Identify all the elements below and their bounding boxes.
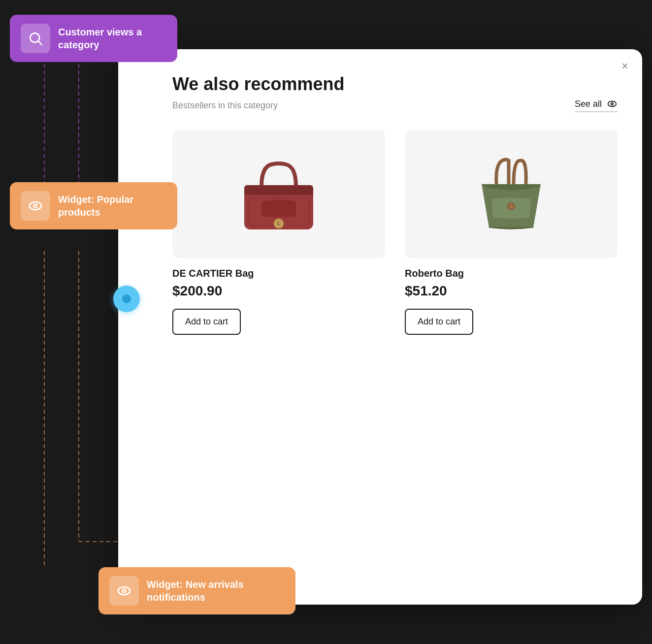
svg-point-14 (118, 587, 130, 595)
recommendation-panel: × We also recommend Bestsellers in this … (118, 49, 642, 605)
product-grid: C DE CARTIER Bag $200.90 Add to cart (172, 130, 618, 335)
svg-point-16 (608, 101, 617, 107)
add-to-cart-button-1[interactable]: Add to cart (172, 309, 241, 335)
product-image-1: C (172, 130, 385, 258)
add-to-cart-button-2[interactable]: Add to cart (405, 309, 473, 335)
svg-point-17 (611, 103, 614, 105)
product-price-2: $51.20 (405, 283, 618, 299)
eye-icon-see-all (607, 98, 618, 109)
svg-point-12 (30, 202, 41, 210)
svg-point-10 (30, 33, 39, 42)
see-all-label: See all (575, 99, 602, 109)
product-card-1: C DE CARTIER Bag $200.90 Add to cart (172, 130, 385, 335)
svg-line-11 (38, 41, 42, 45)
new-arrivals-badge-label: Widget: New arrivals notifications (147, 578, 285, 604)
customer-views-category-badge: Customer views a category (10, 15, 177, 62)
svg-point-27 (509, 204, 513, 208)
product-name-1: DE CARTIER Bag (172, 268, 385, 279)
widget-popular-badge: Widget: Popular products (10, 182, 177, 229)
svg-point-13 (34, 204, 37, 208)
connector-dot-inner (122, 294, 131, 303)
svg-point-15 (123, 589, 126, 593)
search-icon-box (21, 24, 50, 53)
panel-title: We also recommend (172, 74, 618, 95)
svg-text:C: C (277, 221, 280, 226)
panel-subtitle: Bestsellers in this category (172, 100, 278, 111)
eye-icon-box-new (109, 576, 139, 606)
eye-icon-popular (28, 198, 43, 214)
product-card-2: Roberto Bag $51.20 Add to cart (405, 130, 618, 335)
eye-icon-new (116, 583, 132, 599)
search-icon (28, 31, 43, 46)
see-all-button[interactable]: See all (575, 98, 618, 112)
bag-image-green (462, 145, 560, 243)
product-image-2 (405, 130, 618, 258)
widget-new-arrivals-badge: Widget: New arrivals notifications (98, 567, 295, 614)
close-button[interactable]: × (621, 60, 628, 72)
panel-subtitle-row: Bestsellers in this category See all (172, 98, 618, 112)
eye-icon-box-popular (21, 191, 50, 221)
product-price-1: $200.90 (172, 283, 385, 299)
product-name-2: Roberto Bag (405, 268, 618, 279)
category-badge-label: Customer views a category (58, 26, 166, 51)
connector-dot (113, 286, 140, 312)
bag-image-red: C (229, 145, 328, 243)
popular-badge-label: Widget: Popular products (58, 193, 166, 219)
